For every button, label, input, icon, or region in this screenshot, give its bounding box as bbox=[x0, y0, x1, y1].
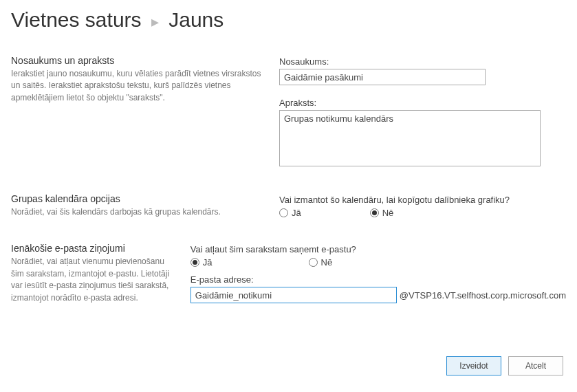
section-title: Ienākošie e-pasta ziņojumi bbox=[11, 243, 177, 254]
section-title: Grupas kalendāra opcijas bbox=[11, 193, 265, 204]
radio-icon bbox=[279, 208, 288, 217]
radio-no-group[interactable]: Nē bbox=[370, 208, 394, 218]
radio-yes-group[interactable]: Jā bbox=[279, 208, 301, 218]
section-desc: Ierakstiet jauno nosaukumu, kuru vēlatie… bbox=[11, 68, 265, 104]
allow-email-radio-row: Jā Nē bbox=[190, 257, 566, 268]
section-left: Ienākošie e-pasta ziņojumi Norādiet, vai… bbox=[11, 243, 190, 304]
email-row: @VTSP16.VT.selfhost.corp.microsoft.com bbox=[190, 287, 566, 303]
email-address-label: E-pasta adrese: bbox=[190, 274, 566, 285]
share-schedule-question: Vai izmantot šo kalendāru, lai kopīgotu … bbox=[279, 195, 566, 205]
radio-icon bbox=[190, 258, 199, 267]
allow-email-question: Vai atļaut šim sarakstam saņemt e-pastu? bbox=[190, 244, 566, 254]
chevron-right-icon: ▸ bbox=[151, 13, 159, 30]
radio-icon bbox=[309, 258, 318, 267]
description-label: Apraksts: bbox=[279, 98, 566, 108]
description-textarea[interactable]: Grupas notikumu kalendārs bbox=[279, 110, 541, 166]
radio-yes-label: Jā bbox=[203, 257, 213, 268]
section-right: Vai atļaut šim sarakstam saņemt e-pastu?… bbox=[190, 243, 566, 304]
breadcrumb-parent[interactable]: Vietnes saturs bbox=[11, 8, 142, 31]
section-title: Nosaukums un apraksts bbox=[11, 55, 265, 66]
email-input[interactable] bbox=[190, 287, 397, 303]
radio-no-label: Nē bbox=[321, 257, 333, 268]
section-group-calendar: Grupas kalendāra opcijas Norādiet, vai š… bbox=[11, 193, 566, 218]
section-incoming-email: Ienākošie e-pasta ziņojumi Norādiet, vai… bbox=[11, 243, 566, 304]
button-row: Izveidot Atcelt bbox=[446, 356, 563, 375]
section-left: Grupas kalendāra opcijas Norādiet, vai š… bbox=[11, 193, 279, 218]
radio-no-label: Nē bbox=[382, 208, 394, 218]
section-right: Vai izmantot šo kalendāru, lai kopīgotu … bbox=[279, 193, 566, 218]
name-label: Nosaukums: bbox=[279, 56, 566, 67]
radio-icon bbox=[370, 208, 379, 217]
breadcrumb-current: Jauns bbox=[168, 8, 224, 31]
name-input[interactable] bbox=[279, 69, 486, 85]
breadcrumb: Vietnes saturs ▸ Jauns bbox=[11, 8, 566, 32]
section-desc: Norādiet, vai šis kalendārs darbojas kā … bbox=[11, 206, 265, 218]
section-right: Nosaukums: Apraksts: Grupas notikumu kal… bbox=[279, 55, 566, 168]
section-desc: Norādiet, vai atļaut vienumu pievienošan… bbox=[11, 256, 177, 304]
section-name-description: Nosaukums un apraksts Ierakstiet jauno n… bbox=[11, 55, 566, 168]
radio-yes-label: Jā bbox=[292, 208, 301, 218]
section-left: Nosaukums un apraksts Ierakstiet jauno n… bbox=[11, 55, 279, 168]
radio-no-group[interactable]: Nē bbox=[309, 257, 333, 268]
radio-yes-group[interactable]: Jā bbox=[190, 257, 213, 268]
share-schedule-radio-row: Jā Nē bbox=[279, 208, 566, 218]
cancel-button[interactable]: Atcelt bbox=[508, 356, 563, 375]
create-button[interactable]: Izveidot bbox=[446, 356, 501, 375]
email-domain: @VTSP16.VT.selfhost.corp.microsoft.com bbox=[400, 290, 566, 301]
